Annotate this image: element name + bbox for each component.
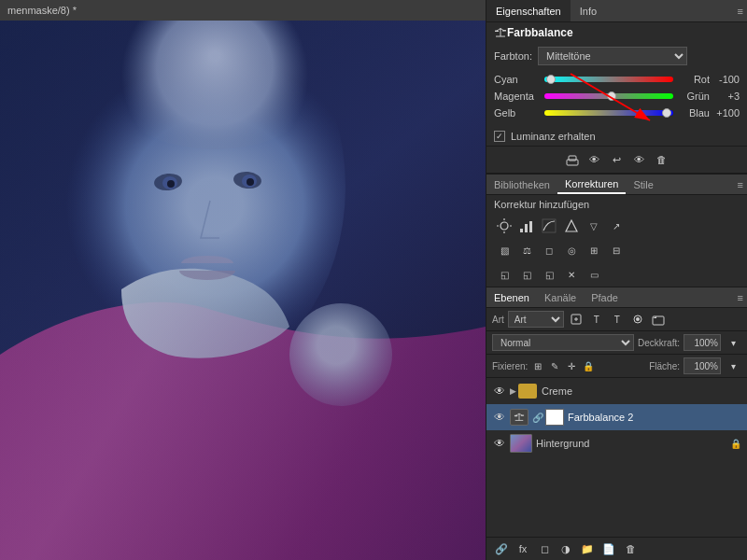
creme-vis-btn[interactable]: 👁: [492, 384, 507, 399]
gelb-label: Gelb: [494, 107, 541, 119]
adj-photofilter-btn[interactable]: ◻: [539, 240, 559, 260]
layers-panel: Ebenen Kanäle Pfade ≡ Art Art T T: [486, 287, 747, 560]
tb-clip-btn[interactable]: [563, 150, 582, 169]
layer-mask-btn[interactable]: [629, 311, 646, 328]
farbton-select[interactable]: Mitteltöne: [538, 47, 687, 65]
brightness-icon: [496, 217, 513, 234]
tab-kanaele[interactable]: Kanäle: [537, 287, 584, 307]
creme-expand-arrow[interactable]: ▶: [510, 386, 516, 396]
tab-korrekturen[interactable]: Korrekturen: [557, 175, 626, 194]
farbbalance2-layer-name: Farbbalance 2: [568, 412, 741, 423]
adj-threshold-btn[interactable]: ◱: [516, 264, 537, 285]
fix-move-icon[interactable]: ✛: [565, 359, 578, 372]
fix-lock-icon[interactable]: 🔒: [582, 359, 595, 372]
clip-icon: [565, 152, 580, 167]
blend-row: Normal Deckkraft: ▾: [486, 331, 747, 355]
flaeche-input[interactable]: [684, 357, 721, 374]
layer-fx-btn[interactable]: T: [609, 311, 626, 328]
farbbalance2-mask-thumb: [545, 409, 564, 426]
layer-link-btn[interactable]: T: [588, 311, 605, 328]
right-panel: Eigenschaften Info ≡ Farbbalance F: [486, 0, 747, 560]
cyan-track: [544, 77, 673, 82]
layer-group-btn[interactable]: [650, 311, 667, 328]
svg-rect-17: [525, 224, 528, 232]
svg-point-11: [500, 222, 508, 230]
adj-icon-svg: [514, 412, 525, 423]
magenta-slider-container[interactable]: [544, 90, 673, 103]
adj-gradient-btn[interactable]: ◱: [539, 264, 559, 285]
tab-stile[interactable]: Stile: [626, 175, 660, 194]
blend-mode-select[interactable]: Normal: [492, 334, 634, 351]
levels-icon: [518, 217, 535, 234]
layers-panel-options[interactable]: ≡: [734, 292, 747, 303]
layers-tabs: Ebenen Kanäle Pfade ≡: [486, 287, 747, 308]
group-icon-svg: [652, 313, 665, 326]
adj-selective-btn[interactable]: ✕: [561, 264, 582, 285]
art-select[interactable]: Art: [508, 311, 564, 328]
magenta-thumb[interactable]: [607, 91, 616, 101]
adj-posterize-btn[interactable]: ◱: [494, 264, 514, 285]
svg-rect-32: [514, 415, 517, 416]
tb-eye-btn[interactable]: 👁: [585, 150, 604, 169]
adj-solid-btn[interactable]: ▭: [584, 264, 604, 285]
gelb-value: +100: [710, 107, 740, 119]
adj-huesat-btn[interactable]: ↗: [606, 216, 627, 236]
layer-adj-bottom-btn[interactable]: ◑: [557, 540, 575, 557]
farbbalance2-vis-btn[interactable]: 👁: [492, 410, 507, 425]
cyan-thumb[interactable]: [546, 75, 556, 84]
svg-rect-6: [502, 30, 506, 32]
adj-vibrance-btn[interactable]: ▽: [584, 216, 604, 236]
tb-undo-btn[interactable]: ↩: [608, 150, 627, 169]
rot-label: Rot: [677, 74, 710, 85]
tab-eigenschaften[interactable]: Eigenschaften: [486, 0, 571, 21]
hintergrund-vis-btn[interactable]: 👁: [492, 436, 507, 451]
tb-eye2-btn[interactable]: 👁: [630, 150, 649, 169]
luminanz-checkbox[interactable]: [494, 131, 505, 142]
tab-pfade[interactable]: Pfade: [584, 287, 626, 307]
gelb-slider-container[interactable]: [544, 106, 673, 119]
layer-group-bottom-btn[interactable]: 📁: [578, 540, 597, 557]
cyan-slider-container[interactable]: [544, 73, 673, 86]
adj-blackwhite-btn[interactable]: ⚖: [516, 240, 537, 260]
adj-levels-btn[interactable]: [516, 216, 537, 236]
layer-new-btn[interactable]: [568, 311, 585, 328]
flaeche-arrow[interactable]: ▾: [725, 357, 741, 374]
fix-brush-icon[interactable]: ✎: [548, 359, 561, 372]
properties-title: Farbbalance: [507, 26, 573, 39]
properties-panel-options[interactable]: ≡: [734, 6, 747, 17]
adj-channelmix-btn[interactable]: ◎: [561, 240, 582, 260]
image-canvas: [0, 0, 486, 560]
gelb-thumb[interactable]: [662, 108, 671, 118]
adj-colorbal-btn[interactable]: ▧: [494, 240, 514, 260]
layer-delete-bottom-btn[interactable]: 🗑: [621, 540, 640, 557]
layers-bottom-bar: 🔗 fx ◻ ◑ 📁 📄 🗑: [486, 537, 747, 560]
adj-colorlookup-btn[interactable]: ⊞: [584, 240, 604, 260]
layer-link-bottom-btn[interactable]: 🔗: [492, 540, 511, 557]
adjustments-panel: Bibliotheken Korrekturen Stile ≡ Korrekt…: [486, 175, 747, 287]
opacity-input[interactable]: [684, 334, 721, 351]
tab-bibliotheken[interactable]: Bibliotheken: [486, 175, 557, 194]
adj-invert-btn[interactable]: ⊟: [606, 240, 627, 260]
layer-hintergrund[interactable]: 👁 Hintergrund 🔒: [486, 430, 747, 456]
fix-checker-icon[interactable]: ⊞: [531, 359, 544, 372]
layer-creme-group[interactable]: 👁 ▶ Creme: [486, 378, 747, 404]
tab-info[interactable]: Info: [571, 0, 606, 21]
layer-farbbalance2[interactable]: 👁 🔗: [486, 404, 747, 430]
adj-exposure-btn[interactable]: [561, 216, 582, 236]
layer-fx-bottom-btn[interactable]: fx: [514, 540, 532, 557]
adj-curves-btn[interactable]: [539, 216, 559, 236]
tab-ebenen[interactable]: Ebenen: [486, 287, 537, 307]
layer-new-bottom-btn[interactable]: 📄: [599, 540, 618, 557]
main-container: menmaske/8) * Eigenschaften Info ≡: [0, 0, 747, 560]
svg-rect-16: [520, 229, 523, 232]
gelb-track: [544, 110, 673, 116]
layers-options-row: Art Art T T: [486, 308, 747, 331]
layer-mask-bottom-btn[interactable]: ◻: [535, 540, 554, 557]
tb-delete-btn[interactable]: 🗑: [653, 150, 671, 169]
creme-group-icon: [518, 384, 537, 399]
hintergrund-lock-icon: 🔒: [730, 439, 741, 449]
opacity-arrow[interactable]: ▾: [725, 334, 741, 351]
adj-panel-options[interactable]: ≡: [734, 179, 747, 190]
farbton-label: Farbton:: [494, 50, 532, 62]
adj-brightness-btn[interactable]: [494, 216, 514, 236]
